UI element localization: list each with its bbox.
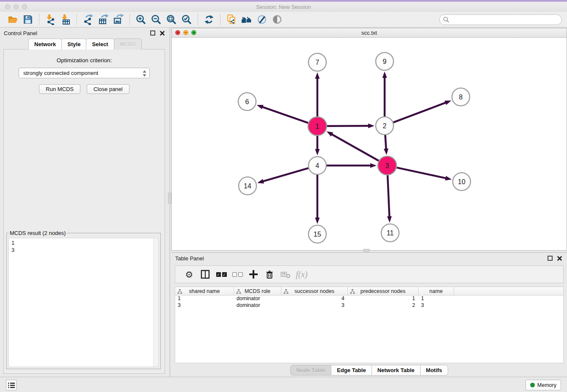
cell-mcds-role[interactable]: dominator [234,295,281,302]
network-maximize-button[interactable] [191,29,196,37]
network-canvas[interactable]: 7968124314101511 [172,38,567,250]
delete-icon[interactable] [261,267,278,282]
close-panel-button[interactable]: Close panel [87,84,129,94]
search-field[interactable] [439,14,562,25]
tab-mcds[interactable]: MCDS [114,39,142,50]
graph-node-label-11: 11 [387,229,394,237]
cell-successor-nodes[interactable]: 3 [281,302,348,309]
column-header-mcds-role[interactable]: MCDS role [234,287,281,295]
toolbar-separator [39,14,39,25]
mcds-result-list[interactable]: 1 3 [8,238,159,367]
tab-node-table[interactable]: Node Table [290,365,331,375]
float-table-panel-icon[interactable] [546,254,554,262]
network-minimize-button[interactable] [183,29,188,37]
close-panel-icon[interactable] [158,29,166,37]
table-panel: Table Panel ⚙ ✓✓ f(x) shared name MCDS r… [171,252,567,377]
split-pane-handle-horizontal[interactable] [363,249,370,252]
column-header-successor-nodes[interactable]: successor nodes [281,287,348,295]
zoom-selected-icon[interactable] [179,13,194,26]
maximize-window-button[interactable] [22,4,27,9]
cell-name[interactable]: 1 [418,295,454,302]
list-icon [8,382,15,388]
tab-style[interactable]: Style [61,39,86,50]
graph-node-label-7: 7 [316,59,319,66]
cell-shared-name[interactable]: 1 [175,295,234,302]
brush-icon[interactable] [254,13,270,26]
zoom-out-icon[interactable] [149,13,164,26]
tab-edge-table[interactable]: Edge Table [331,365,372,375]
graph-edge-2-8[interactable] [394,102,447,123]
column-header-name[interactable]: name [418,287,454,295]
open-session-icon[interactable] [5,13,20,26]
graph-edge-arrowhead [370,163,377,168]
columns-icon[interactable] [197,267,213,282]
graph-node-label-14: 14 [244,182,251,190]
refresh-icon[interactable] [201,13,217,26]
cell-mcds-role[interactable]: dominator [234,302,281,309]
column-header-predecessor-nodes[interactable]: predecessor nodes [348,287,418,295]
import-network-icon[interactable] [43,13,58,26]
network-window-title: scc.txt [172,30,567,36]
export-image-icon[interactable] [111,13,126,26]
network-window-titlebar[interactable]: scc.txt [172,28,567,38]
clone-network-icon[interactable] [224,13,239,26]
zoom-in-icon[interactable] [133,13,149,26]
cell-shared-name[interactable]: 3 [175,302,234,309]
tab-network[interactable]: Network [28,39,62,50]
add-column-icon[interactable] [245,267,261,282]
table-header-row: shared name MCDS role successor nodes pr… [175,287,563,295]
graph-edge-2-3[interactable] [385,135,386,150]
mcds-tab-content: Optimization criterion: strongly connect… [3,49,165,374]
houses-icon[interactable] [239,13,254,26]
optimization-criterion-select[interactable]: strongly connected component [19,68,150,78]
node-table[interactable]: shared name MCDS role successor nodes pr… [175,287,564,363]
export-table-icon[interactable] [96,13,111,26]
table-row[interactable]: 1 dominator 4 1 1 [175,295,563,302]
task-history-button[interactable] [6,380,17,390]
network-graph[interactable]: 7968124314101511 [172,38,567,250]
column-header-shared-name[interactable]: shared name [175,287,234,295]
cell-successor-nodes[interactable]: 4 [281,295,348,302]
network-close-button[interactable] [175,29,180,37]
close-table-panel-icon[interactable] [556,254,563,262]
graph-edge-3-11[interactable] [388,175,389,218]
graph-edge-1-2[interactable] [327,126,369,126]
graph-edge-arrowhead [384,149,388,155]
run-mcds-button[interactable]: Run MCDS [39,84,80,94]
export-network-icon[interactable] [80,13,96,26]
graph-edge-1-6[interactable] [261,107,308,123]
import-table-icon[interactable] [58,13,73,26]
minimize-window-button[interactable] [14,4,19,9]
function-builder-icon[interactable]: f(x) [294,267,310,282]
delete-table-icon[interactable] [278,267,294,282]
split-pane-handle-vertical[interactable] [168,193,171,204]
graph-edge-3-1[interactable] [331,134,379,161]
tab-select[interactable]: Select [86,39,114,50]
search-input[interactable] [451,17,558,23]
toolbar-separator [129,14,130,25]
close-window-button[interactable] [5,4,10,9]
control-panel: Control Panel Network Style Select MCDS … [0,28,170,377]
cell-predecessor-nodes[interactable]: 1 [348,295,418,302]
deselect-all-icon[interactable] [229,267,245,282]
cell-predecessor-nodes[interactable]: 2 [348,302,418,309]
search-icon [443,17,449,23]
cell-name[interactable]: 3 [418,302,454,309]
graph-node-label-6: 6 [245,98,249,105]
tab-network-table[interactable]: Network Table [372,365,421,375]
memory-button[interactable]: Memory [526,380,561,390]
float-panel-icon[interactable] [149,29,157,37]
result-line: 3 [11,246,156,254]
graph-edge-3-10[interactable] [396,168,446,179]
result-scrollbar[interactable] [153,238,158,367]
control-panel-title: Control Panel [4,30,37,36]
selected-option: strongly connected component [23,70,98,76]
save-session-icon[interactable] [20,13,36,26]
graph-edge-4-14[interactable] [262,168,308,182]
gear-icon[interactable]: ⚙ [181,267,197,282]
eye-icon[interactable] [270,13,285,26]
select-all-icon[interactable]: ✓✓ [213,267,229,282]
tab-motifs[interactable]: Motifs [421,365,448,375]
table-row[interactable]: 3 dominator 3 2 3 [175,302,563,309]
zoom-fit-icon[interactable] [164,13,179,26]
